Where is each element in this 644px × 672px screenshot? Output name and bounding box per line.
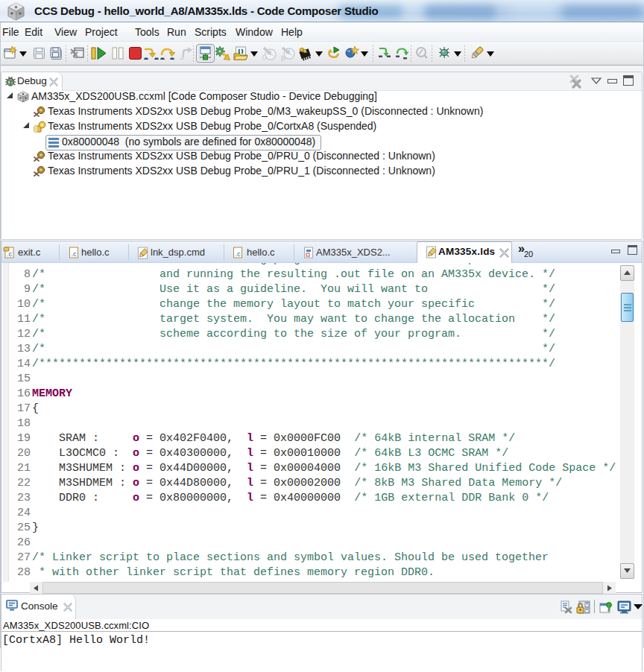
svg-text:.c: .c <box>7 250 13 258</box>
svg-text:.c: .c <box>72 250 78 258</box>
svg-text:.c: .c <box>236 250 242 258</box>
